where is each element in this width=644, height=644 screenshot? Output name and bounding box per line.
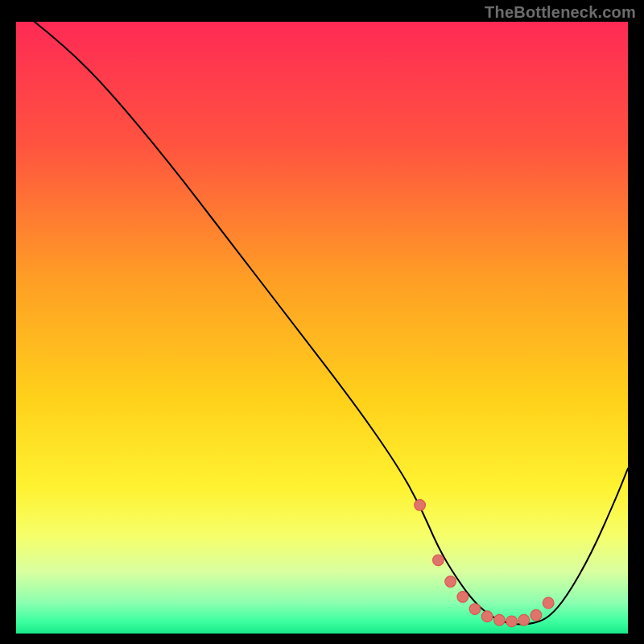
marker-dot: [457, 592, 469, 603]
marker-dot: [543, 597, 554, 609]
marker-dot: [469, 604, 481, 615]
curve-layer: [16, 22, 628, 634]
marker-dot: [481, 611, 493, 622]
bottleneck-curve: [35, 22, 628, 625]
marker-dot: [415, 500, 426, 511]
marker-dot: [506, 616, 518, 627]
plot-area: [16, 22, 628, 634]
marker-dot: [433, 555, 444, 566]
marker-dot: [445, 576, 456, 588]
marker-dot: [530, 609, 542, 621]
marker-dot: [518, 614, 530, 625]
watermark-text: TheBottleneck.com: [485, 3, 636, 22]
optimal-range-markers: [415, 500, 554, 627]
marker-dot: [494, 614, 506, 625]
chart-stage: TheBottleneck.com: [0, 0, 644, 644]
